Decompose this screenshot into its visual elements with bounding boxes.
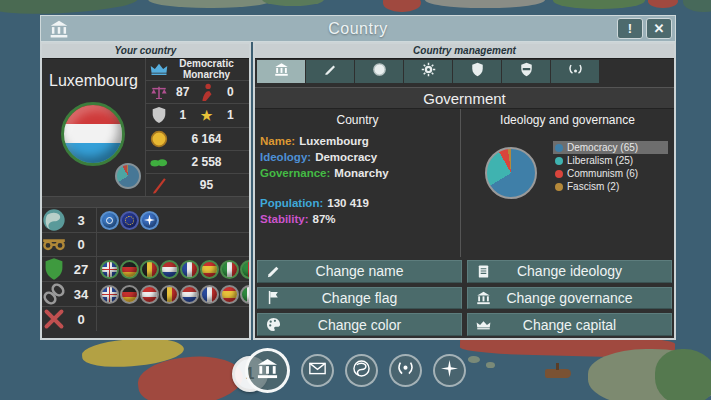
- shield-icon: [470, 62, 485, 81]
- messages-nav-button[interactable]: [301, 354, 334, 387]
- world-nav-button[interactable]: [345, 354, 378, 387]
- government-nav-button[interactable]: [245, 348, 290, 393]
- legend-liberalism[interactable]: Liberalism (25): [553, 154, 668, 167]
- change-governance-label: Change governance: [468, 290, 671, 306]
- democracy-dot: [555, 144, 563, 152]
- legend-democracy[interactable]: Democracy (65): [553, 141, 668, 154]
- alliance-flags: [100, 282, 249, 306]
- legend-communism[interactable]: Communism (6): [553, 167, 668, 180]
- shield-icon: [150, 108, 168, 122]
- country-flag[interactable]: [61, 102, 125, 166]
- fascism-label: Fascism (2): [567, 181, 619, 192]
- flag-icon: [266, 290, 281, 305]
- tab-edit[interactable]: [306, 60, 354, 83]
- es-flag-badge: [220, 285, 239, 304]
- pt-flag-badge: [240, 260, 249, 279]
- land-row: 2 558: [146, 151, 249, 174]
- bank-icon: [274, 62, 289, 81]
- chain-link-icon: [42, 282, 66, 306]
- divider: [96, 233, 97, 256]
- tab-diplomacy[interactable]: [551, 60, 599, 83]
- vassals-count: 0: [66, 237, 96, 252]
- ideology-mini-pie-chart[interactable]: [115, 163, 141, 189]
- crown-icon: [150, 62, 168, 76]
- relations-rows: 3 0 27: [42, 208, 249, 331]
- country-identity: Luxembourg: [42, 58, 146, 196]
- wars-row[interactable]: 0: [42, 307, 249, 331]
- movement-pen-icon: [150, 178, 168, 192]
- right-panel-header: Country management: [255, 44, 674, 59]
- alliances-row[interactable]: 34: [42, 282, 249, 307]
- crown-icon: [476, 317, 491, 332]
- map-ship[interactable]: [545, 369, 571, 378]
- be-flag-badge: [160, 285, 179, 304]
- communism-dot: [555, 170, 563, 178]
- land-icon: [150, 155, 168, 169]
- country-stats: Democratic Monarchy 87 0 1: [146, 58, 249, 196]
- governance-value: Monarchy: [334, 167, 388, 179]
- legend-fascism[interactable]: Fascism (2): [553, 180, 668, 193]
- war-flags: [100, 307, 249, 331]
- change-name-button[interactable]: Change name: [257, 260, 462, 283]
- communism-label: Communism (6): [567, 168, 638, 179]
- dialog-title: Country: [41, 20, 675, 38]
- defense-prestige-row: 1 ★ 1: [146, 104, 249, 127]
- divider: [96, 282, 97, 306]
- map-land: [148, 0, 273, 8]
- bank-icon: [476, 290, 491, 305]
- vassals-row[interactable]: 0: [42, 233, 249, 257]
- navigate-nav-button[interactable]: [433, 354, 466, 387]
- ideology-value: Democracy: [315, 151, 377, 163]
- close-button[interactable]: ✕: [646, 18, 672, 39]
- section-title: Government: [255, 87, 674, 109]
- left-panel-separator: [42, 196, 249, 208]
- es-flag-badge: [200, 260, 219, 279]
- coin-icon: [150, 132, 168, 146]
- ideology-column: Ideology and governance Democracy (65) L…: [461, 109, 674, 257]
- ideology-legend: Democracy (65) Liberalism (25) Communism…: [553, 141, 668, 193]
- tab-technology[interactable]: [404, 60, 452, 83]
- change-ideology-button[interactable]: Change ideology: [467, 260, 672, 283]
- prestige-rank-value: 1: [216, 108, 246, 122]
- de-flag-badge: [120, 260, 139, 279]
- map-land: [425, 0, 545, 8]
- ideology-field: Ideology:Democracy: [260, 149, 455, 165]
- fr-flag-badge: [180, 260, 199, 279]
- tab-government[interactable]: [257, 60, 305, 83]
- crossed-swords-icon: [42, 307, 66, 331]
- country-summary: Luxembourg Democratic Monarchy 87: [42, 58, 249, 196]
- country-management-panel: Country management Gove: [253, 42, 676, 340]
- organizations-row[interactable]: 3: [42, 208, 249, 233]
- tab-economy[interactable]: [355, 60, 403, 83]
- map-land: [683, 0, 711, 12]
- map-land: [383, 0, 421, 12]
- green-shield-icon: [42, 257, 66, 281]
- tab-military[interactable]: [453, 60, 501, 83]
- fascism-dot: [555, 183, 563, 191]
- ideology-heading: Ideology and governance: [466, 113, 669, 127]
- gb-flag-badge: [100, 285, 119, 304]
- wars-count: 0: [66, 312, 96, 327]
- defensive-pacts-row[interactable]: 27: [42, 257, 249, 282]
- scroll-icon: [476, 264, 491, 279]
- info-button[interactable]: !: [617, 18, 643, 39]
- alliances-count: 34: [66, 287, 96, 302]
- laurel-icon: [397, 360, 414, 381]
- change-color-button[interactable]: Change color: [257, 313, 462, 336]
- tab-defense[interactable]: [502, 60, 550, 83]
- diplomacy-nav-button[interactable]: [389, 354, 422, 387]
- happiness-revolt-row: 87 0: [146, 81, 249, 104]
- ideology-pie-chart[interactable]: [485, 147, 537, 199]
- change-flag-button[interactable]: Change flag: [257, 287, 462, 310]
- action-points-value: 95: [168, 178, 245, 192]
- change-capital-button[interactable]: Change capital: [467, 313, 672, 336]
- it-flag-badge: [220, 260, 239, 279]
- bank-icon: [256, 357, 279, 384]
- defense-rank-value: 1: [168, 108, 198, 122]
- democracy-label: Democracy (65): [567, 142, 638, 153]
- map-land: [262, 0, 324, 6]
- change-governance-button[interactable]: Change governance: [467, 287, 672, 310]
- scales-icon: [150, 85, 168, 99]
- stability-field: Stability:87%: [260, 211, 455, 227]
- de-flag-badge: [120, 285, 139, 304]
